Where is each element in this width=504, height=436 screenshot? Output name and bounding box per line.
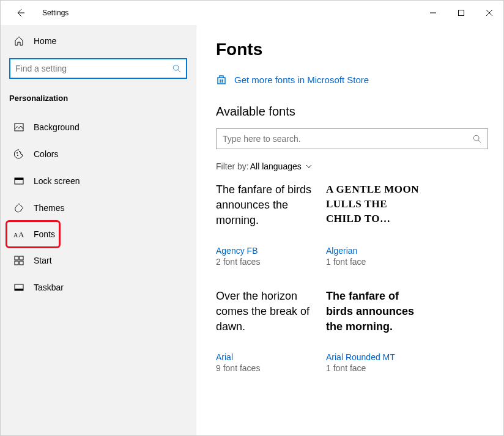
sidebar-item-lockscreen[interactable]: Lock screen xyxy=(1,168,196,194)
sidebar-search[interactable] xyxy=(9,58,187,79)
font-faces: 1 font face xyxy=(326,363,424,373)
font-sample: The fanfare of birds announces the morni… xyxy=(216,182,314,238)
font-card-arial-rounded[interactable]: The fanfare of birds announces the morni… xyxy=(326,289,424,373)
sidebar: Home Personalization Background Colors xyxy=(1,25,196,435)
svg-point-9 xyxy=(17,155,18,156)
store-icon xyxy=(216,74,227,85)
section-label: Personalization xyxy=(1,90,196,114)
taskbar-icon xyxy=(13,281,25,294)
sidebar-item-background[interactable]: Background xyxy=(1,114,196,141)
search-icon xyxy=(473,135,481,143)
svg-rect-15 xyxy=(15,256,18,260)
font-sample: A gentle moon lulls the child to… xyxy=(326,182,424,238)
start-icon xyxy=(13,254,25,267)
svg-text:A: A xyxy=(18,230,24,239)
home-nav[interactable]: Home xyxy=(1,29,196,53)
filter-label: Filter by: xyxy=(216,161,249,171)
sidebar-item-label: Taskbar xyxy=(34,283,64,292)
svg-rect-24 xyxy=(222,81,224,83)
font-sample: The fanfare of birds announces the morni… xyxy=(326,289,424,345)
back-button[interactable] xyxy=(13,6,28,20)
svg-rect-16 xyxy=(20,256,23,260)
sidebar-item-label: Start xyxy=(34,256,52,265)
svg-rect-23 xyxy=(220,81,221,83)
lockscreen-icon xyxy=(13,175,25,187)
font-name: Arial xyxy=(216,352,314,362)
close-button[interactable] xyxy=(475,3,503,23)
font-search-input[interactable] xyxy=(223,134,473,144)
home-label: Home xyxy=(34,36,56,46)
search-input[interactable] xyxy=(15,64,172,73)
sidebar-item-label: Colors xyxy=(34,149,58,159)
sidebar-item-taskbar[interactable]: Taskbar xyxy=(1,274,196,301)
chevron-down-icon xyxy=(305,163,313,170)
svg-rect-2 xyxy=(459,10,464,16)
font-name: Arial Rounded MT xyxy=(326,352,424,362)
minimize-button[interactable] xyxy=(419,3,447,23)
svg-rect-17 xyxy=(15,261,18,265)
filter-dropdown[interactable]: Filter by: All languages xyxy=(216,161,484,171)
svg-line-26 xyxy=(478,140,481,142)
sidebar-item-colors[interactable]: Colors xyxy=(1,141,196,168)
palette-icon xyxy=(13,148,25,160)
sidebar-item-themes[interactable]: Themes xyxy=(1,194,196,221)
filter-value: All languages xyxy=(250,161,302,171)
font-faces: 9 font faces xyxy=(216,363,314,373)
fonts-icon: AA xyxy=(13,228,25,240)
font-faces: 2 font faces xyxy=(216,257,314,267)
available-fonts-title: Available fonts xyxy=(216,105,484,119)
font-card-arial[interactable]: Over the horizon comes the break of dawn… xyxy=(216,289,314,373)
font-card-agency[interactable]: The fanfare of birds announces the morni… xyxy=(216,182,314,267)
search-icon xyxy=(172,64,181,73)
font-name: Agency FB xyxy=(216,246,314,256)
store-link-text: Get more fonts in Microsoft Store xyxy=(234,75,369,85)
svg-text:A: A xyxy=(13,232,18,238)
sidebar-item-fonts[interactable]: AA Fonts xyxy=(6,220,61,248)
svg-rect-22 xyxy=(222,79,224,81)
sidebar-item-start[interactable]: Start xyxy=(1,247,196,274)
svg-point-8 xyxy=(17,152,18,153)
picture-icon xyxy=(13,121,25,133)
font-faces: 1 font face xyxy=(326,257,424,267)
svg-point-10 xyxy=(19,151,20,152)
page-title: Fonts xyxy=(216,40,484,59)
window-title: Settings xyxy=(42,9,69,17)
svg-rect-12 xyxy=(15,178,23,180)
sidebar-item-label: Background xyxy=(34,122,80,132)
svg-rect-20 xyxy=(15,289,23,290)
svg-rect-21 xyxy=(220,79,221,81)
font-sample: Over the horizon comes the break of dawn… xyxy=(216,289,314,345)
font-card-algerian[interactable]: A gentle moon lulls the child to… Algeri… xyxy=(326,182,424,267)
sidebar-item-label: Fonts xyxy=(34,229,55,239)
themes-icon xyxy=(13,202,25,214)
font-search[interactable] xyxy=(216,128,488,149)
font-name: Algerian xyxy=(326,246,424,256)
main-pane: Fonts Get more fonts in Microsoft Store … xyxy=(196,25,503,435)
maximize-button[interactable] xyxy=(447,3,475,23)
store-link[interactable]: Get more fonts in Microsoft Store xyxy=(216,74,484,85)
sidebar-item-label: Themes xyxy=(34,203,65,213)
sidebar-item-label: Lock screen xyxy=(34,176,80,186)
svg-line-6 xyxy=(178,70,180,72)
svg-rect-18 xyxy=(20,261,23,265)
home-icon xyxy=(13,35,25,47)
